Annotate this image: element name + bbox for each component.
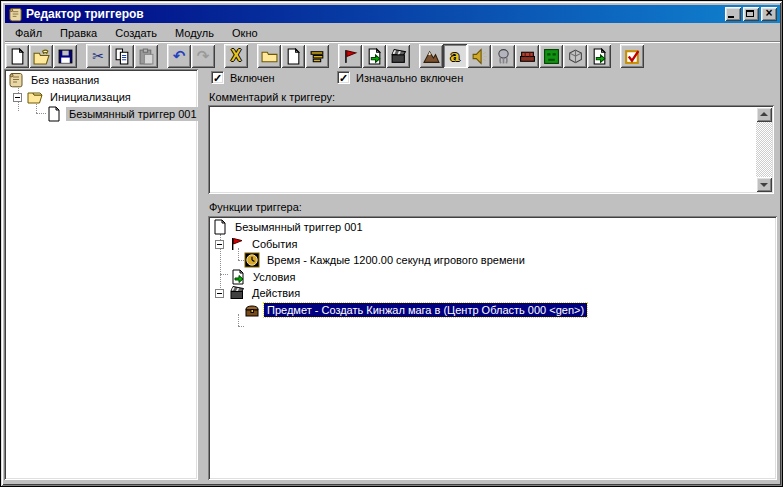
- vertical-splitter[interactable]: [198, 69, 208, 480]
- trigger-options-row: ✓ Включен ✓ Изначально включен: [211, 71, 771, 86]
- undo-button[interactable]: ↶: [167, 44, 191, 68]
- tree-item-label: Безымянный триггер 001: [66, 107, 198, 121]
- function-row-action-item[interactable]: Предмет - Создать Кинжал мага в (Центр О…: [244, 302, 587, 318]
- new-event-button[interactable]: [338, 44, 362, 68]
- maximize-button[interactable]: [743, 7, 759, 21]
- terrain-editor-button[interactable]: [419, 44, 443, 68]
- terrain-mountain-icon: [423, 48, 440, 65]
- horizontal-splitter[interactable]: [208, 194, 774, 200]
- menu-window[interactable]: Окно: [223, 26, 267, 40]
- trigger-editor-a-icon: a: [450, 47, 460, 65]
- category-folder-icon: [27, 89, 43, 105]
- paste-button[interactable]: [134, 44, 158, 68]
- tree-item-category[interactable]: Инициализация: [13, 89, 134, 105]
- trigger-page-icon: [212, 219, 228, 235]
- undo-icon: ↶: [173, 49, 186, 64]
- new-condition-button[interactable]: [362, 44, 386, 68]
- event-flag-icon: [229, 236, 245, 252]
- menu-module[interactable]: Модуль: [166, 26, 223, 40]
- enabled-checkbox[interactable]: ✓: [211, 71, 224, 84]
- cube-icon: [567, 48, 584, 65]
- menu-file[interactable]: Файл: [6, 26, 51, 40]
- function-label: Безымянный триггер 001: [232, 220, 366, 234]
- minimize-button[interactable]: [725, 7, 741, 21]
- redo-icon: ↷: [197, 49, 210, 64]
- scroll-up-button[interactable]: [756, 107, 772, 122]
- tree-item-map[interactable]: Без названия: [8, 72, 102, 88]
- scroll-icon: [8, 7, 23, 22]
- functions-tree-panel[interactable]: Безымянный триггер 001 События Время - К…: [208, 216, 777, 480]
- campaign-editor-button[interactable]: [539, 44, 563, 68]
- condition-icon: [230, 269, 246, 285]
- collapse-minus-icon[interactable]: [215, 289, 224, 298]
- collapse-minus-icon[interactable]: [13, 93, 22, 102]
- paste-icon: [138, 48, 155, 65]
- comment-textarea[interactable]: [208, 105, 774, 194]
- toolbar: ✂ ↶ ↷ X a: [5, 41, 780, 69]
- tree-item-trigger[interactable]: Безымянный триггер 001: [46, 106, 198, 122]
- comment-lines-icon: [309, 48, 326, 65]
- copy-button[interactable]: [110, 44, 134, 68]
- redo-button[interactable]: ↷: [191, 44, 215, 68]
- window-title: Редактор триггеров: [26, 7, 725, 21]
- tree-connector: [220, 274, 228, 275]
- comment-label: Комментарий к триггеру:: [209, 91, 335, 103]
- scroll-down-button[interactable]: [756, 177, 772, 192]
- function-row-event-time[interactable]: Время - Каждые 1200.00 секунд игрового в…: [244, 252, 528, 268]
- new-file-button[interactable]: [5, 44, 29, 68]
- import-page-icon: [591, 48, 608, 65]
- tree-connector: [36, 113, 46, 114]
- copy-icon: [114, 48, 131, 65]
- trigger-page-icon: [285, 48, 302, 65]
- functions-label: Функции триггера:: [209, 201, 302, 213]
- sound-editor-button[interactable]: [467, 44, 491, 68]
- arrow-up-icon: [760, 112, 768, 116]
- new-trigger-comment-button[interactable]: [305, 44, 329, 68]
- comment-scrollbar[interactable]: [756, 107, 772, 192]
- tree-connector: [238, 326, 244, 327]
- new-category-button[interactable]: [257, 44, 281, 68]
- initially-on-label: Изначально включен: [356, 72, 463, 84]
- title-bar[interactable]: Редактор триггеров ×: [5, 5, 780, 23]
- test-check-icon: [624, 48, 641, 65]
- function-row-actions[interactable]: Действия: [215, 285, 303, 301]
- function-label: Условия: [250, 270, 298, 284]
- function-row-conditions[interactable]: Условия: [230, 269, 298, 285]
- trigger-editor-button[interactable]: a: [443, 44, 467, 68]
- function-label: Действия: [249, 286, 303, 300]
- close-icon: ×: [761, 6, 777, 20]
- cut-button[interactable]: ✂: [86, 44, 110, 68]
- object-manager-button[interactable]: [515, 44, 539, 68]
- menu-edit[interactable]: Правка: [51, 26, 106, 40]
- menu-create[interactable]: Создать: [106, 26, 166, 40]
- timer-clock-icon: [244, 252, 260, 268]
- arrow-down-icon: [760, 183, 768, 187]
- new-action-button[interactable]: [386, 44, 410, 68]
- category-folder-icon: [261, 48, 278, 65]
- open-file-button[interactable]: [29, 44, 53, 68]
- menu-bar: Файл Правка Создать Модуль Окно: [5, 24, 780, 41]
- ai-editor-button[interactable]: [491, 44, 515, 68]
- scissors-icon: ✂: [92, 49, 104, 64]
- object-editor-button[interactable]: [563, 44, 587, 68]
- new-file-icon: [9, 48, 26, 65]
- save-file-button[interactable]: [53, 44, 77, 68]
- import-manager-button[interactable]: [587, 44, 611, 68]
- octopus-icon: [495, 48, 512, 65]
- open-file-icon: [33, 48, 50, 65]
- function-row-trigger[interactable]: Безымянный триггер 001: [212, 219, 366, 235]
- item-chest-icon: [244, 302, 260, 318]
- variables-button[interactable]: X: [224, 44, 248, 68]
- condition-icon: [366, 48, 383, 65]
- initially-on-checkbox[interactable]: ✓: [337, 71, 350, 84]
- trigger-list-panel[interactable]: Без названия Инициализация Безымянный тр…: [4, 69, 198, 480]
- variables-x-icon: X: [231, 47, 242, 65]
- save-file-icon: [57, 48, 74, 65]
- enabled-label: Включен: [230, 72, 275, 84]
- test-map-button[interactable]: [620, 44, 644, 68]
- close-button[interactable]: ×: [761, 7, 777, 21]
- trigger-page-icon: [46, 106, 62, 122]
- collapse-minus-icon[interactable]: [215, 240, 224, 249]
- new-trigger-button[interactable]: [281, 44, 305, 68]
- function-row-events[interactable]: События: [215, 236, 300, 252]
